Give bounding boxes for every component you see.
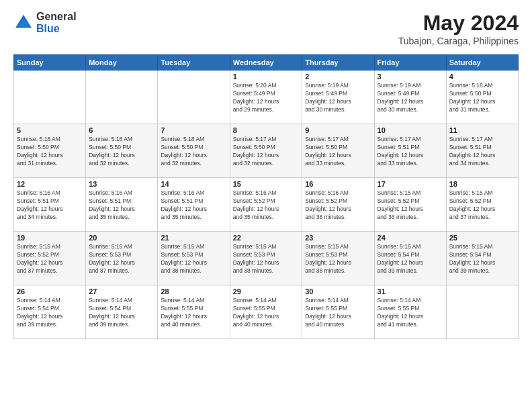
day-info: Sunrise: 5:17 AM Sunset: 5:50 PM Dayligh…: [233, 136, 299, 168]
day-number: 20: [89, 234, 154, 242]
day-info: Sunrise: 5:15 AM Sunset: 5:54 PM Dayligh…: [378, 243, 443, 275]
day-info: Sunrise: 5:15 AM Sunset: 5:52 PM Dayligh…: [449, 189, 515, 222]
calendar: SundayMondayTuesdayWednesdayThursdayFrid…: [13, 54, 519, 339]
day-info: Sunrise: 5:15 AM Sunset: 5:52 PM Dayligh…: [378, 189, 443, 222]
calendar-header-friday: Friday: [374, 55, 446, 71]
calendar-cell: 15Sunrise: 5:16 AM Sunset: 5:52 PM Dayli…: [230, 178, 302, 232]
calendar-week-2: 12Sunrise: 5:16 AM Sunset: 5:51 PM Dayli…: [14, 178, 519, 232]
day-info: Sunrise: 5:14 AM Sunset: 5:55 PM Dayligh…: [161, 297, 226, 329]
calendar-cell: 14Sunrise: 5:16 AM Sunset: 5:51 PM Dayli…: [158, 178, 230, 232]
day-info: Sunrise: 5:18 AM Sunset: 5:50 PM Dayligh…: [161, 136, 226, 168]
day-info: Sunrise: 5:14 AM Sunset: 5:55 PM Dayligh…: [233, 297, 299, 329]
day-info: Sunrise: 5:16 AM Sunset: 5:51 PM Dayligh…: [89, 189, 154, 222]
day-number: 17: [378, 180, 443, 188]
calendar-week-0: 1Sunrise: 5:20 AM Sunset: 5:49 PM Daylig…: [14, 71, 519, 124]
calendar-cell: 26Sunrise: 5:14 AM Sunset: 5:54 PM Dayli…: [14, 285, 86, 339]
day-number: 16: [305, 180, 371, 188]
calendar-cell: 12Sunrise: 5:16 AM Sunset: 5:51 PM Dayli…: [14, 178, 86, 232]
subtitle: Tubajon, Caraga, Philippines: [398, 36, 519, 46]
day-number: 12: [17, 180, 83, 188]
calendar-cell: 5Sunrise: 5:18 AM Sunset: 5:50 PM Daylig…: [14, 124, 86, 178]
day-number: 8: [233, 126, 299, 134]
day-number: 30: [305, 287, 371, 295]
calendar-cell: 28Sunrise: 5:14 AM Sunset: 5:55 PM Dayli…: [158, 285, 230, 339]
main-title: May 2024: [398, 11, 519, 36]
calendar-cell: 1Sunrise: 5:20 AM Sunset: 5:49 PM Daylig…: [230, 71, 302, 124]
day-number: 6: [89, 126, 154, 134]
day-number: 11: [449, 126, 515, 134]
logo-icon: [13, 13, 34, 33]
day-info: Sunrise: 5:19 AM Sunset: 5:49 PM Dayligh…: [305, 82, 371, 114]
calendar-cell: 9Sunrise: 5:17 AM Sunset: 5:50 PM Daylig…: [302, 124, 374, 178]
calendar-cell: 31Sunrise: 5:14 AM Sunset: 5:55 PM Dayli…: [374, 285, 446, 339]
calendar-week-1: 5Sunrise: 5:18 AM Sunset: 5:50 PM Daylig…: [14, 124, 519, 178]
day-info: Sunrise: 5:17 AM Sunset: 5:50 PM Dayligh…: [305, 136, 371, 168]
calendar-header-wednesday: Wednesday: [230, 55, 302, 71]
day-number: 31: [378, 287, 443, 295]
calendar-header-tuesday: Tuesday: [158, 55, 230, 71]
calendar-cell: 16Sunrise: 5:16 AM Sunset: 5:52 PM Dayli…: [302, 178, 374, 232]
day-info: Sunrise: 5:14 AM Sunset: 5:54 PM Dayligh…: [89, 297, 154, 329]
day-info: Sunrise: 5:17 AM Sunset: 5:51 PM Dayligh…: [378, 136, 443, 168]
calendar-cell: 20Sunrise: 5:15 AM Sunset: 5:53 PM Dayli…: [86, 232, 158, 285]
day-number: 1: [233, 73, 299, 81]
day-info: Sunrise: 5:15 AM Sunset: 5:54 PM Dayligh…: [449, 243, 515, 275]
calendar-cell: [14, 71, 86, 124]
day-number: 24: [378, 234, 443, 242]
title-block: May 2024 Tubajon, Caraga, Philippines: [398, 11, 519, 46]
day-info: Sunrise: 5:18 AM Sunset: 5:50 PM Dayligh…: [449, 82, 515, 114]
day-number: 21: [161, 234, 226, 242]
calendar-cell: [158, 71, 230, 124]
day-number: 14: [161, 180, 226, 188]
logo-general: General: [36, 11, 77, 23]
calendar-cell: 24Sunrise: 5:15 AM Sunset: 5:54 PM Dayli…: [374, 232, 446, 285]
day-info: Sunrise: 5:14 AM Sunset: 5:55 PM Dayligh…: [305, 297, 371, 329]
calendar-cell: 23Sunrise: 5:15 AM Sunset: 5:53 PM Dayli…: [302, 232, 374, 285]
calendar-week-3: 19Sunrise: 5:15 AM Sunset: 5:52 PM Dayli…: [14, 232, 519, 285]
day-number: 22: [233, 234, 299, 242]
day-info: Sunrise: 5:16 AM Sunset: 5:51 PM Dayligh…: [161, 189, 226, 222]
day-number: 9: [305, 126, 371, 134]
header: General Blue May 2024 Tubajon, Caraga, P…: [13, 11, 519, 46]
day-number: 2: [305, 73, 371, 81]
day-info: Sunrise: 5:16 AM Sunset: 5:52 PM Dayligh…: [233, 189, 299, 222]
day-number: 28: [161, 287, 226, 295]
calendar-cell: 25Sunrise: 5:15 AM Sunset: 5:54 PM Dayli…: [446, 232, 518, 285]
day-number: 10: [378, 126, 443, 134]
calendar-cell: 18Sunrise: 5:15 AM Sunset: 5:52 PM Dayli…: [446, 178, 518, 232]
calendar-cell: [446, 285, 518, 339]
day-number: 23: [305, 234, 371, 242]
day-info: Sunrise: 5:20 AM Sunset: 5:49 PM Dayligh…: [233, 82, 299, 114]
calendar-cell: 8Sunrise: 5:17 AM Sunset: 5:50 PM Daylig…: [230, 124, 302, 178]
day-info: Sunrise: 5:18 AM Sunset: 5:50 PM Dayligh…: [17, 136, 83, 168]
day-number: 25: [449, 234, 515, 242]
calendar-header-sunday: Sunday: [14, 55, 86, 71]
calendar-cell: [86, 71, 158, 124]
calendar-cell: 6Sunrise: 5:18 AM Sunset: 5:50 PM Daylig…: [86, 124, 158, 178]
page: General Blue May 2024 Tubajon, Caraga, P…: [0, 0, 532, 411]
calendar-cell: 4Sunrise: 5:18 AM Sunset: 5:50 PM Daylig…: [446, 71, 518, 124]
calendar-header-monday: Monday: [86, 55, 158, 71]
calendar-header-saturday: Saturday: [446, 55, 518, 71]
day-number: 18: [449, 180, 515, 188]
calendar-header-row: SundayMondayTuesdayWednesdayThursdayFrid…: [14, 55, 519, 71]
calendar-cell: 22Sunrise: 5:15 AM Sunset: 5:53 PM Dayli…: [230, 232, 302, 285]
day-number: 3: [378, 73, 443, 81]
day-number: 26: [17, 287, 83, 295]
logo-text: General Blue: [36, 11, 77, 34]
calendar-cell: 17Sunrise: 5:15 AM Sunset: 5:52 PM Dayli…: [374, 178, 446, 232]
day-info: Sunrise: 5:19 AM Sunset: 5:49 PM Dayligh…: [378, 82, 443, 114]
day-number: 5: [17, 126, 83, 134]
calendar-cell: 11Sunrise: 5:17 AM Sunset: 5:51 PM Dayli…: [446, 124, 518, 178]
day-info: Sunrise: 5:16 AM Sunset: 5:52 PM Dayligh…: [305, 189, 371, 222]
calendar-week-4: 26Sunrise: 5:14 AM Sunset: 5:54 PM Dayli…: [14, 285, 519, 339]
day-info: Sunrise: 5:16 AM Sunset: 5:51 PM Dayligh…: [17, 189, 83, 222]
day-number: 27: [89, 287, 154, 295]
calendar-cell: 29Sunrise: 5:14 AM Sunset: 5:55 PM Dayli…: [230, 285, 302, 339]
calendar-cell: 7Sunrise: 5:18 AM Sunset: 5:50 PM Daylig…: [158, 124, 230, 178]
day-number: 13: [89, 180, 154, 188]
day-info: Sunrise: 5:15 AM Sunset: 5:53 PM Dayligh…: [233, 243, 299, 275]
logo: General Blue: [13, 11, 77, 34]
day-number: 29: [233, 287, 299, 295]
day-info: Sunrise: 5:17 AM Sunset: 5:51 PM Dayligh…: [449, 136, 515, 168]
